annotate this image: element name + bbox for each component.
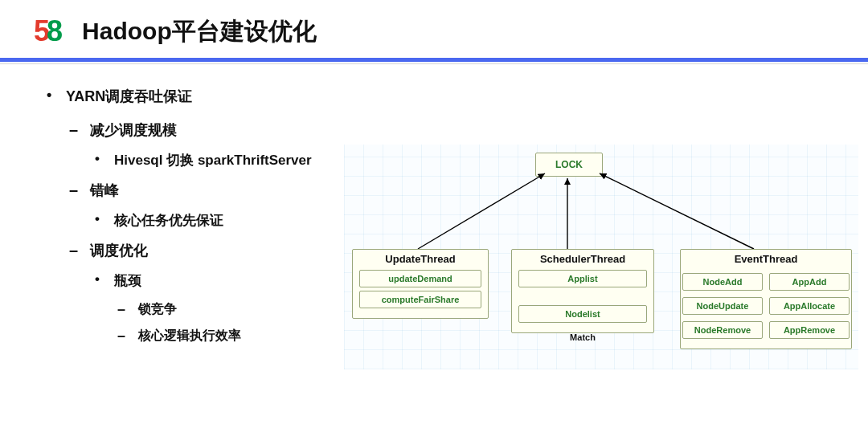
diagram-chip: NodeUpdate [682,297,763,315]
diagram-eventthread-box: EventThread NodeAdd NodeUpdate NodeRemov… [680,249,852,349]
diagram-chip: AppRemove [769,321,850,339]
bullet-text: 核心逻辑执行效率 [138,328,241,342]
diagram-updatethread-title: UpdateThread [359,253,481,265]
diagram-schedulerthread-box: SchedulerThread Applist Match Nodelist [511,249,654,333]
diagram-chip: updateDemand [359,270,481,287]
svg-line-0 [418,173,545,249]
diagram-eventthread-title: EventThread [687,253,845,265]
diagram-chip: computeFairShare [359,291,481,308]
diagram-chip: NodeRemove [682,321,763,339]
diagram-match-label: Match [518,332,647,342]
logo-58: 58 [34,14,59,48]
bullet-text: 瓶颈 [114,273,141,288]
header: 58 Hadoop平台建设优化 [0,0,868,53]
bullet-text: 减少调度规模 [90,122,177,138]
bullet-text: 锁竞争 [138,302,177,316]
diagram-chip-nodelist: Nodelist [518,305,647,323]
bullet-text: Hivesql 切换 sparkThriftServer [114,153,312,168]
content: YARN调度吞吐保证 减少调度规模 Hivesql 切换 sparkThrift… [0,64,868,344]
bullet-text: 调度优化 [90,242,148,259]
diagram-updatethread-box: UpdateThread updateDemand computeFairSha… [352,249,489,319]
diagram-schedulerthread-title: SchedulerThread [518,253,647,265]
diagram-chip: NodeAdd [682,273,763,291]
page-title: Hadoop平台建设优化 [82,15,317,48]
header-rule-primary [0,58,868,62]
diagram-chip: AppAdd [769,273,850,291]
diagram-chip: AppAllocate [769,297,850,315]
bullet-text: YARN调度吞吐保证 [66,88,192,104]
bullet-text: 错峰 [90,182,119,198]
logo-5: 5 [34,14,47,47]
diagram-chip-applist: Applist [518,270,647,287]
yarn-lock-diagram: LOCK UpdateThread updateDemand computeFa… [344,145,858,369]
logo-8: 8 [47,14,59,47]
diagram-lock-node: LOCK [535,153,603,177]
bullet-text: 核心任务优先保证 [114,213,223,228]
svg-line-2 [600,173,754,249]
